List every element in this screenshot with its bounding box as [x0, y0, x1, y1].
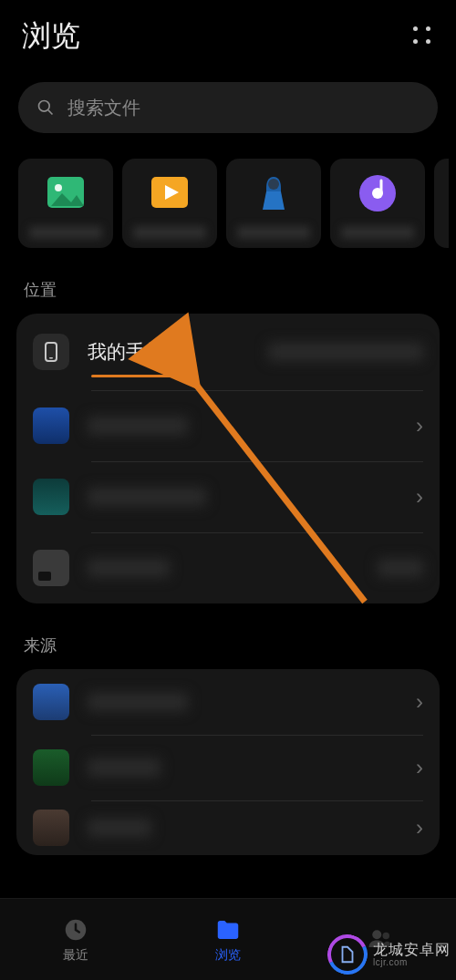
search-placeholder: 搜索文件	[67, 96, 140, 120]
source-blue-icon	[33, 684, 69, 720]
person-icon	[252, 171, 295, 215]
play-icon	[148, 171, 192, 215]
nav-label: 最近	[63, 947, 88, 964]
source-title	[88, 819, 151, 837]
folder-blue-icon	[33, 407, 69, 444]
search-input[interactable]: 搜索文件	[18, 82, 438, 133]
category-audio[interactable]	[226, 159, 321, 248]
source-title	[88, 758, 161, 777]
page-title: 浏览	[22, 16, 80, 57]
watermark-url: lcjr.com	[373, 957, 408, 967]
sources-card: › › ›	[16, 669, 440, 855]
folder-icon	[214, 916, 242, 944]
location-item[interactable]: ›	[16, 390, 440, 461]
category-row	[0, 133, 456, 248]
category-caption	[133, 226, 206, 239]
svg-point-0	[39, 101, 50, 112]
chevron-right-icon: ›	[416, 413, 423, 438]
watermark-badge-icon	[327, 934, 368, 975]
location-subtitle	[268, 343, 423, 361]
music-disc-icon	[356, 171, 399, 215]
category-caption	[341, 226, 414, 239]
category-caption	[29, 226, 102, 239]
location-item[interactable]: ›	[16, 461, 440, 532]
source-item[interactable]: ›	[16, 735, 440, 800]
locations-section-label: 位置	[0, 248, 456, 314]
phone-icon	[33, 334, 69, 370]
location-title	[88, 417, 188, 435]
image-icon	[44, 171, 88, 215]
chevron-right-icon: ›	[416, 815, 423, 841]
nav-label: 浏览	[215, 947, 241, 964]
location-title	[88, 559, 170, 577]
app-header: 浏览	[0, 0, 456, 66]
source-item[interactable]: ›	[16, 800, 440, 855]
more-options-icon[interactable]	[412, 26, 434, 47]
svg-point-5	[268, 179, 279, 190]
svg-rect-9	[49, 357, 53, 359]
app-gray-icon	[33, 550, 69, 586]
category-music[interactable]	[330, 159, 425, 248]
source-green-icon	[33, 749, 69, 786]
locations-card: 我的手机 › ›	[16, 314, 440, 603]
source-brown-icon	[33, 810, 69, 846]
watermark-title: 龙城安卓网	[373, 942, 451, 958]
location-title	[88, 488, 206, 506]
source-item[interactable]: ›	[16, 669, 440, 735]
highlight-underline	[91, 375, 193, 377]
chevron-right-icon: ›	[416, 484, 423, 510]
chevron-right-icon: ›	[416, 755, 423, 780]
sources-section-label: 来源	[0, 603, 456, 669]
category-caption	[237, 226, 310, 239]
category-more[interactable]	[434, 159, 449, 248]
category-images[interactable]	[18, 159, 113, 248]
location-title: 我的手机	[88, 339, 164, 365]
folder-teal-icon	[33, 479, 69, 515]
source-title	[88, 693, 188, 711]
clock-icon	[62, 916, 89, 944]
svg-point-3	[55, 184, 62, 191]
location-subtitle	[378, 559, 423, 577]
nav-recent[interactable]: 最近	[0, 899, 152, 980]
watermark: 龙城安卓网 lcjr.com	[327, 934, 451, 975]
search-icon	[36, 98, 55, 117]
nav-browse[interactable]: 浏览	[152, 899, 305, 980]
location-item[interactable]	[16, 532, 440, 603]
chevron-right-icon: ›	[416, 689, 423, 715]
location-my-phone[interactable]: 我的手机	[16, 314, 440, 390]
svg-line-1	[48, 110, 53, 115]
category-videos[interactable]	[122, 159, 217, 248]
